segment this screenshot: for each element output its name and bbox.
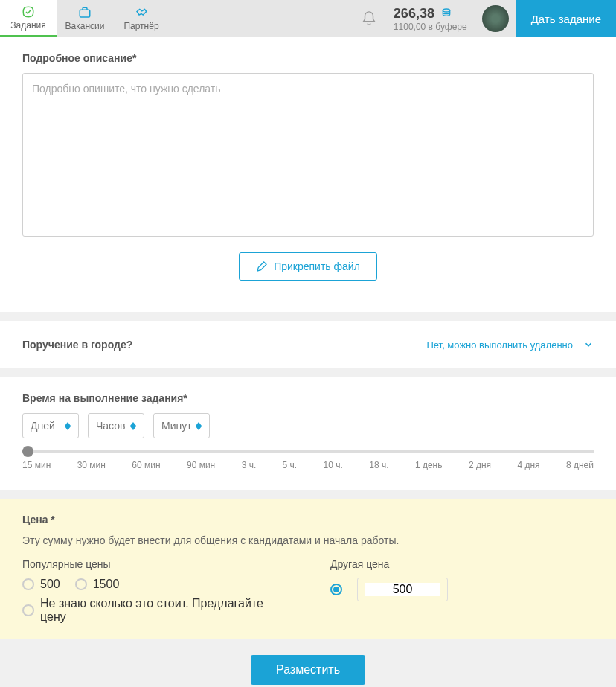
svg-point-1: [443, 9, 449, 12]
price-option-500[interactable]: 500: [22, 578, 60, 591]
nav-tabs: Задания Вакансии Партнёр: [0, 0, 170, 37]
popular-prices-title: Популярные цены: [22, 558, 286, 570]
days-input-wrap[interactable]: [22, 413, 79, 438]
attach-file-button[interactable]: Прикрепить файл: [239, 252, 377, 281]
other-price-input[interactable]: [365, 583, 440, 596]
slider-thumb[interactable]: [22, 446, 33, 457]
nav-tab-label: Партнёр: [123, 21, 158, 31]
bell-icon: [361, 10, 377, 27]
city-answer-toggle[interactable]: Нет, можно выполнить удаленно: [426, 339, 594, 351]
nav-tab-label: Вакансии: [65, 21, 105, 31]
slider-label: 5 ч.: [283, 460, 298, 470]
minutes-spinner[interactable]: [196, 422, 202, 430]
coins-icon: [439, 7, 454, 19]
slider-label: 8 дней: [566, 460, 594, 470]
slider-label: 3 ч.: [242, 460, 257, 470]
avatar[interactable]: [482, 5, 509, 32]
slider-label: 2 дня: [469, 460, 491, 470]
radio-icon: [330, 584, 342, 595]
submit-button[interactable]: Разместить: [251, 655, 365, 685]
slider-label: 90 мин: [187, 460, 215, 470]
slider-label: 1 день: [415, 460, 443, 470]
time-title: Время на выполнение задания*: [22, 392, 594, 404]
price-section: Цена * Эту сумму нужно будет внести для …: [0, 499, 616, 639]
city-section: Поручение в городе? Нет, можно выполнить…: [0, 321, 616, 368]
nav-tab-partner[interactable]: Партнёр: [113, 0, 170, 37]
slider-label: 18 ч.: [369, 460, 388, 470]
price-option-unknown[interactable]: Не знаю сколько это стоит. Предлагайте ц…: [22, 597, 286, 624]
slider-label: 10 ч.: [324, 460, 343, 470]
balance-buffer: 1100,00 в буфере: [394, 22, 467, 32]
price-option-label: 1500: [93, 578, 120, 591]
radio-icon: [22, 578, 34, 590]
price-note: Эту сумму нужно будет внести для общения…: [22, 534, 594, 546]
balance-amount: 266,38: [394, 6, 434, 22]
header: Задания Вакансии Партнёр 266,38 1100,00 …: [0, 0, 616, 37]
handshake-icon: [133, 6, 150, 19]
nav-tab-label: Задания: [10, 20, 45, 31]
days-spinner[interactable]: [65, 422, 71, 430]
price-title: Цена *: [22, 514, 594, 525]
briefcase-icon: [77, 6, 92, 19]
price-option-1500[interactable]: 1500: [75, 578, 120, 591]
city-answer-text: Нет, можно выполнить удаленно: [426, 339, 573, 351]
slider-label: 30 мин: [77, 460, 106, 470]
check-icon: [21, 5, 36, 19]
attach-file-label: Прикрепить файл: [274, 261, 360, 272]
price-option-label: Не знаю сколько это стоит. Предлагайте ц…: [40, 597, 286, 624]
slider-label: 4 дня: [517, 460, 539, 470]
hours-input-wrap[interactable]: [88, 413, 144, 438]
slider-labels: 15 мин 30 мин 60 мин 90 мин 3 ч. 5 ч. 10…: [22, 460, 594, 470]
chevron-down-icon: [583, 339, 594, 350]
give-task-button[interactable]: Дать задание: [516, 0, 616, 37]
hours-input[interactable]: [96, 420, 127, 432]
other-price-field-wrap: [357, 578, 448, 601]
days-input[interactable]: [31, 420, 62, 432]
other-price-title: Другая цена: [330, 558, 594, 570]
description-title: Подробное описание*: [22, 52, 594, 64]
time-slider[interactable]: [22, 450, 594, 453]
radio-icon: [22, 604, 34, 616]
price-option-label: 500: [40, 578, 60, 591]
submit-section: Разместить: [0, 639, 616, 687]
radio-icon: [75, 578, 87, 590]
time-section: Время на выполнение задания* 15 мин 30 м…: [0, 377, 616, 490]
notifications-button[interactable]: [352, 0, 386, 37]
city-question: Поручение в городе?: [22, 339, 132, 351]
nav-tab-tasks[interactable]: Задания: [0, 0, 57, 37]
balance[interactable]: 266,38 1100,00 в буфере: [386, 0, 475, 37]
description-section: Подробное описание* Прикрепить файл: [0, 37, 616, 312]
minutes-input[interactable]: [161, 420, 193, 432]
minutes-input-wrap[interactable]: [153, 413, 210, 438]
slider-label: 60 мин: [132, 460, 160, 470]
slider-label: 15 мин: [22, 460, 51, 470]
pencil-icon: [256, 261, 268, 272]
nav-tab-vacancies[interactable]: Вакансии: [57, 0, 113, 37]
hours-spinner[interactable]: [130, 422, 136, 430]
price-option-other[interactable]: [330, 584, 342, 595]
svg-rect-0: [80, 10, 90, 17]
description-textarea[interactable]: [22, 73, 594, 237]
